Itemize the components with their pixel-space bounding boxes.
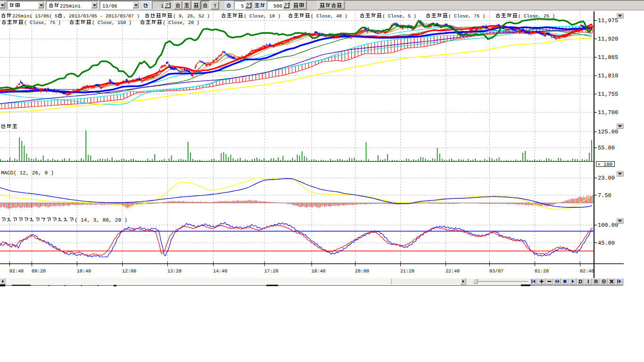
svg-text:11,700: 11,700 bbox=[598, 109, 618, 116]
svg-text:( Close, 20 ): ( Close, 20 ) bbox=[163, 20, 199, 26]
svg-text:100.00: 100.00 bbox=[598, 222, 618, 229]
svg-text:R: R bbox=[594, 279, 598, 285]
svg-text:17:20: 17:20 bbox=[264, 269, 279, 274]
svg-text:5: 5 bbox=[241, 4, 244, 9]
svg-text:11,810: 11,810 bbox=[598, 73, 618, 79]
svg-text:14:40: 14:40 bbox=[213, 269, 227, 274]
svg-text:( Close, 40 ): ( Close, 40 ) bbox=[311, 14, 347, 19]
svg-text:12:00: 12:00 bbox=[122, 269, 136, 274]
svg-text:( Close, 75 ): ( Close, 75 ) bbox=[448, 14, 485, 19]
svg-text:D: D bbox=[578, 279, 582, 285]
svg-text:09:20: 09:20 bbox=[32, 269, 46, 274]
svg-text:13:20: 13:20 bbox=[167, 269, 182, 274]
svg-text:MACD( 12, 26, 9 ): MACD( 12, 26, 9 ) bbox=[1, 171, 54, 176]
svg-text:02:40: 02:40 bbox=[9, 269, 24, 274]
svg-text:13/06: 13/06 bbox=[102, 4, 117, 9]
svg-text:( 9, 26, 52 ): ( 9, 26, 52 ) bbox=[173, 14, 210, 19]
svg-text:( Close, 25 ): ( Close, 25 ) bbox=[518, 14, 555, 19]
svg-text:125.00: 125.00 bbox=[598, 129, 618, 135]
svg-text:11,975: 11,975 bbox=[598, 17, 618, 24]
svg-text:02:40: 02:40 bbox=[580, 269, 594, 274]
svg-text:11,755: 11,755 bbox=[598, 91, 618, 98]
svg-text:22:40: 22:40 bbox=[446, 269, 460, 274]
svg-text:7.50: 7.50 bbox=[598, 192, 611, 199]
svg-text:01:20: 01:20 bbox=[535, 269, 549, 274]
svg-text:225mini 13/06( 5: 225mini 13/06( 5 bbox=[12, 14, 58, 19]
svg-text:11,920: 11,920 bbox=[598, 36, 618, 42]
svg-text:( Close, 10 ): ( Close, 10 ) bbox=[244, 14, 281, 19]
svg-text:× 100: × 100 bbox=[598, 162, 613, 168]
svg-text:10:40: 10:40 bbox=[77, 269, 91, 274]
svg-text:( Close, 5 ): ( Close, 5 ) bbox=[382, 14, 416, 19]
svg-text:225mini: 225mini bbox=[60, 4, 81, 9]
svg-text:11,865: 11,865 bbox=[598, 54, 618, 61]
svg-text:20:00: 20:00 bbox=[355, 269, 369, 274]
svg-text:500: 500 bbox=[273, 4, 282, 9]
svg-text:18:40: 18:40 bbox=[312, 269, 326, 274]
svg-text:( Close, 150 ): ( Close, 150 ) bbox=[92, 20, 132, 26]
svg-text:23.00: 23.00 bbox=[598, 175, 615, 181]
svg-text:03/07: 03/07 bbox=[489, 269, 504, 274]
svg-text:55.00: 55.00 bbox=[598, 145, 615, 151]
svg-text:21:20: 21:20 bbox=[400, 269, 414, 274]
svg-text:45.00: 45.00 bbox=[598, 240, 615, 247]
svg-text:I: I bbox=[587, 279, 589, 285]
svg-text:, 2013/03/05 - 2013/03/07 ): , 2013/03/05 - 2013/03/07 ) bbox=[63, 14, 140, 19]
svg-text:( Close, 75 ): ( Close, 75 ) bbox=[24, 20, 61, 26]
svg-text:T: T bbox=[214, 4, 217, 9]
svg-text:( 14, 3, 80, 20 ): ( 14, 3, 80, 20 ) bbox=[74, 218, 127, 223]
svg-text:1: 1 bbox=[161, 4, 164, 9]
